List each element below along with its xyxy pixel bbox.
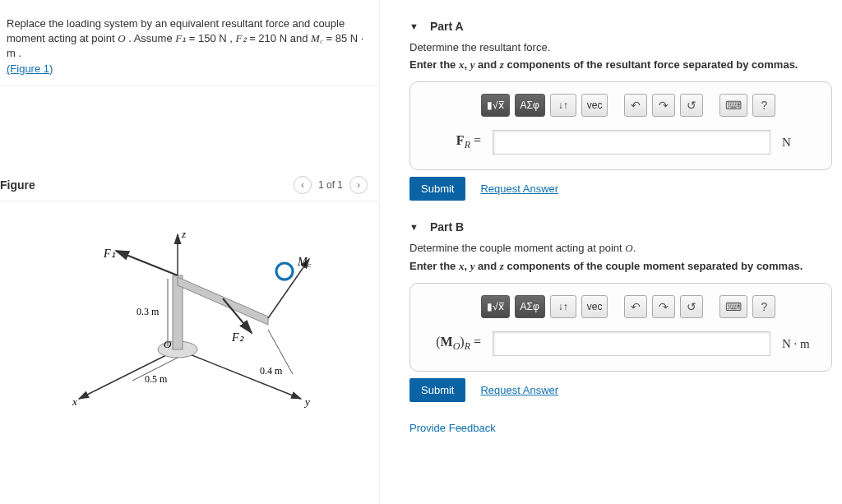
caret-down-icon: ▼ — [409, 21, 419, 31]
axis-z-label: z — [181, 228, 186, 240]
greek-button[interactable]: ΑΣφ — [515, 94, 545, 117]
keyboard-button[interactable]: ⌨ — [719, 295, 747, 318]
request-answer-a[interactable]: Request Answer — [480, 183, 558, 195]
part-a-title: Part A — [430, 20, 464, 33]
unit-a: N — [782, 136, 818, 150]
point-O: O — [118, 32, 125, 44]
provide-feedback-link[interactable]: Provide Feedback — [409, 422, 832, 434]
lhs-b: (MO)R = — [423, 335, 481, 353]
reset-button[interactable]: ↺ — [680, 295, 703, 318]
part-b-desc: Determine the couple moment acting at po… — [409, 242, 832, 255]
dim-04: 0.4 m — [260, 365, 283, 377]
svg-marker-5 — [178, 277, 268, 325]
label-F1: F₁ — [103, 247, 116, 260]
unit-b: N · m — [782, 337, 818, 351]
part-a-header[interactable]: ▼ Part A — [409, 20, 832, 33]
vec-button[interactable]: vec — [581, 94, 608, 117]
greek-button[interactable]: ΑΣφ — [515, 295, 545, 318]
axis-x-label: x — [72, 395, 77, 408]
dim-05: 0.5 m — [145, 373, 168, 385]
templates-button[interactable]: ▮√x̅ — [481, 295, 510, 318]
problem-statement: Replace the loading system by an equival… — [0, 0, 379, 86]
reset-button[interactable]: ↺ — [680, 94, 703, 117]
caret-down-icon: ▼ — [409, 222, 419, 232]
part-b-instr: Enter the x, y and z components of the c… — [409, 260, 832, 273]
redo-button[interactable]: ↷ — [652, 94, 675, 117]
svg-line-2 — [178, 349, 301, 399]
part-b-header[interactable]: ▼ Part B — [409, 220, 832, 234]
vec-button[interactable]: vec — [581, 295, 608, 318]
undo-button[interactable]: ↶ — [624, 295, 647, 318]
svg-line-6 — [116, 251, 178, 275]
help-button[interactable]: ? — [752, 295, 775, 318]
toolbar-a: ▮√x̅ ΑΣφ ↓↑ vec ↶ ↷ ↺ ⌨ ? — [481, 94, 818, 117]
part-a-desc: Determine the resultant force. — [409, 41, 832, 53]
prev-figure-button[interactable]: ‹ — [294, 176, 312, 194]
redo-button[interactable]: ↷ — [652, 295, 675, 318]
keyboard-button[interactable]: ⌨ — [719, 94, 747, 117]
toolbar-b: ▮√x̅ ΑΣφ ↓↑ vec ↶ ↷ ↺ ⌨ ? — [481, 295, 818, 318]
figure-pager: ‹ 1 of 1 › — [294, 176, 368, 194]
part-a-instr: Enter the x, y and z components of the r… — [409, 58, 832, 72]
dim-03: 0.3 m — [136, 306, 160, 317]
axis-y-label: y — [303, 395, 310, 408]
label-F2: F₂ — [231, 331, 244, 344]
answer-input-b[interactable] — [493, 331, 770, 356]
next-figure-button[interactable]: › — [349, 176, 368, 194]
subsup-button[interactable]: ↓↑ — [550, 94, 576, 117]
request-answer-b[interactable]: Request Answer — [480, 384, 558, 396]
lhs-a: FR = — [423, 133, 481, 151]
answer-card-b: ▮√x̅ ΑΣφ ↓↑ vec ↶ ↷ ↺ ⌨ ? (MO)R = N · m — [409, 283, 832, 372]
pager-label: 1 of 1 — [318, 179, 343, 191]
part-b-title: Part B — [430, 220, 464, 234]
submit-button-b[interactable]: Submit — [409, 378, 465, 402]
answer-card-a: ▮√x̅ ΑΣφ ↓↑ vec ↶ ↷ ↺ ⌨ ? FR = N — [409, 81, 832, 170]
templates-button[interactable]: ▮√x̅ — [481, 94, 510, 117]
svg-point-8 — [276, 263, 293, 280]
figure-link[interactable]: (Figure 1) — [7, 62, 53, 75]
submit-button-a[interactable]: Submit — [409, 177, 465, 201]
label-Mc: M꜀ — [297, 256, 312, 268]
help-button[interactable]: ? — [752, 94, 775, 117]
figure-image: z x y F₁ F₂ M꜀ O 0.3 m 0.5 m 0.4 m — [0, 201, 379, 415]
figure-title: Figure — [0, 178, 35, 192]
undo-button[interactable]: ↶ — [624, 94, 647, 117]
subsup-button[interactable]: ↓↑ — [550, 295, 576, 318]
answer-input-a[interactable] — [493, 130, 770, 155]
